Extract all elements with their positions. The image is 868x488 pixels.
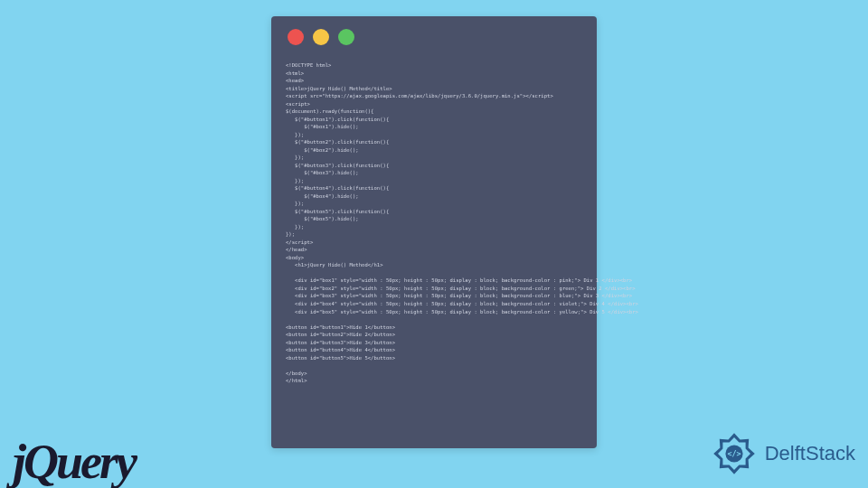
- svg-text:</>: </>: [727, 449, 741, 458]
- delftstack-text: DelftStack: [765, 442, 855, 465]
- code-editor-window: <!DOCTYPE html> <html> <head> <title>jQu…: [271, 16, 597, 448]
- window-titlebar: [271, 16, 597, 54]
- code-content: <!DOCTYPE html> <html> <head> <title>jQu…: [271, 54, 597, 396]
- minimize-icon: [313, 29, 329, 45]
- maximize-icon: [338, 29, 354, 45]
- delftstack-logo: </> DelftStack: [707, 427, 855, 481]
- close-icon: [288, 29, 304, 45]
- delftstack-badge-icon: </>: [707, 427, 761, 481]
- jquery-logo: jQuery: [13, 434, 135, 488]
